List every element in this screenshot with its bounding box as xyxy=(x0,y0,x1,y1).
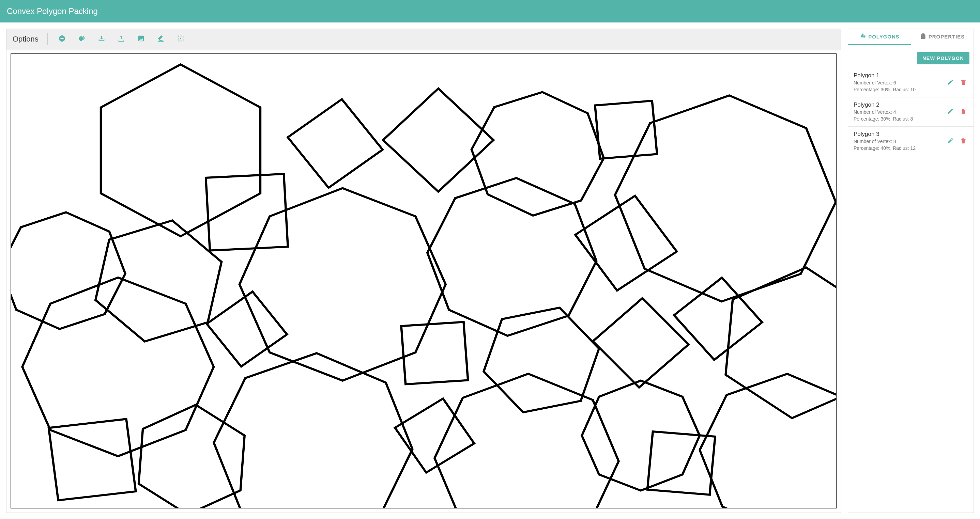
polygon-vertex-count: Number of Vertex: 8 xyxy=(854,138,942,145)
clear-button[interactable] xyxy=(154,32,168,46)
packed-polygon[interactable] xyxy=(726,267,836,418)
app-body: Options xyxy=(0,22,980,519)
upload-button[interactable] xyxy=(115,32,128,46)
trash-icon xyxy=(960,108,967,116)
tab-polygons-label: POLYGONS xyxy=(868,34,900,40)
download-icon xyxy=(98,35,105,44)
add-circle-icon xyxy=(58,35,66,44)
crop-icon xyxy=(177,35,185,44)
polygon-info: Polygon 1Number of Vertex: 6Percentage: … xyxy=(854,72,942,93)
polygon-vertex-count: Number of Vertex: 4 xyxy=(854,109,942,116)
edit-polygon-button[interactable] xyxy=(946,136,955,146)
sidebar: POLYGONS PROPERTIES NEW POLYGON Polygon … xyxy=(848,29,974,513)
packed-polygon[interactable] xyxy=(206,174,288,251)
polygon-vertex-count: Number of Vertex: 6 xyxy=(854,80,942,87)
packed-polygon[interactable] xyxy=(674,278,762,360)
canvas[interactable] xyxy=(11,54,837,508)
clear-draw-icon xyxy=(157,35,165,44)
clipboard-icon xyxy=(920,33,926,41)
pencil-icon xyxy=(947,79,954,87)
tab-properties[interactable]: PROPERTIES xyxy=(911,29,974,45)
polygon-title: Polygon 2 xyxy=(854,102,942,108)
packed-polygon[interactable] xyxy=(49,419,135,500)
trash-icon xyxy=(960,79,967,87)
polygon-item: Polygon 2Number of Vertex: 4Percentage: … xyxy=(848,97,974,126)
sidebar-tabs: POLYGONS PROPERTIES xyxy=(848,29,974,45)
polygon-item: Polygon 3Number of Vertex: 8Percentage: … xyxy=(848,126,974,156)
app-title: Convex Polygon Packing xyxy=(7,6,98,16)
polygon-info: Polygon 3Number of Vertex: 8Percentage: … xyxy=(854,131,942,152)
packed-polygon[interactable] xyxy=(700,374,836,508)
polygon-item: Polygon 1Number of Vertex: 6Percentage: … xyxy=(848,68,974,97)
packed-polygon[interactable] xyxy=(95,220,221,341)
packed-polygon[interactable] xyxy=(434,374,619,508)
packed-polygon[interactable] xyxy=(472,92,604,215)
delete-polygon-button[interactable] xyxy=(959,136,968,146)
polygon-title: Polygon 3 xyxy=(854,131,942,138)
tab-polygons[interactable]: POLYGONS xyxy=(848,29,911,45)
canvas-card: Options xyxy=(6,29,841,513)
pencil-icon xyxy=(947,137,954,145)
edit-polygon-button[interactable] xyxy=(946,107,955,117)
polygon-info: Polygon 2Number of Vertex: 4Percentage: … xyxy=(854,102,942,122)
polygon-detail: Percentage: 30%, Radius: 10 xyxy=(854,87,942,93)
add-button[interactable] xyxy=(55,32,69,46)
toolbar-label: Options xyxy=(13,35,38,44)
packed-polygon[interactable] xyxy=(22,278,214,456)
trash-icon xyxy=(960,137,967,145)
delete-polygon-button[interactable] xyxy=(959,78,968,87)
canvas-wrap xyxy=(6,49,841,513)
download-button[interactable] xyxy=(95,32,108,46)
edit-polygon-button[interactable] xyxy=(946,78,955,87)
packed-polygon[interactable] xyxy=(427,178,596,336)
polygon-detail: Percentage: 30%, Radius: 8 xyxy=(854,116,942,122)
new-polygon-button[interactable]: NEW POLYGON xyxy=(917,52,969,64)
packed-polygon[interactable] xyxy=(484,308,599,413)
polygon-detail: Percentage: 40%, Radius: 12 xyxy=(854,145,942,152)
pencil-icon xyxy=(947,108,954,116)
packed-polygon[interactable] xyxy=(139,405,245,508)
palette-button[interactable] xyxy=(75,32,89,46)
new-polygon-row: NEW POLYGON xyxy=(848,45,974,68)
image-icon xyxy=(137,35,145,44)
shapes-icon xyxy=(859,33,866,41)
packed-polygon[interactable] xyxy=(593,298,689,387)
polygon-list: Polygon 1Number of Vertex: 6Percentage: … xyxy=(848,68,974,513)
polygon-title: Polygon 1 xyxy=(854,72,942,79)
image-button[interactable] xyxy=(134,32,148,46)
delete-polygon-button[interactable] xyxy=(959,107,968,117)
toolbar: Options xyxy=(6,29,841,49)
upload-icon xyxy=(118,35,125,44)
packed-polygon[interactable] xyxy=(288,99,383,188)
canvas-svg xyxy=(11,54,836,508)
packed-polygon[interactable] xyxy=(582,381,700,491)
palette-icon xyxy=(78,35,86,44)
tab-properties-label: PROPERTIES xyxy=(929,34,965,40)
app-header: Convex Polygon Packing xyxy=(0,0,980,22)
packed-polygon[interactable] xyxy=(214,353,412,508)
packed-polygon[interactable] xyxy=(101,64,260,236)
packed-polygon[interactable] xyxy=(240,188,446,381)
crop-button[interactable] xyxy=(174,32,188,46)
